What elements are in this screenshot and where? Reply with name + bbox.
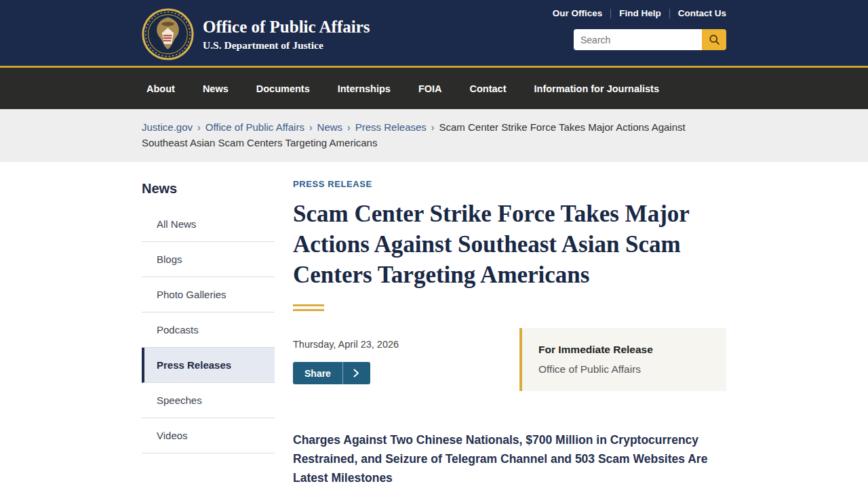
search-input[interactable] [574, 29, 702, 50]
breadcrumb: Justice.gov›Office of Public Affairs›New… [142, 120, 726, 150]
sidebar-item-label[interactable]: Photo Galleries [142, 277, 275, 312]
sidebar-item-speeches[interactable]: Speeches [142, 383, 275, 418]
share-button-label: Share [293, 362, 342, 384]
sidebar-item-all-news[interactable]: All News [142, 206, 275, 242]
nav-item-documents[interactable]: Documents [256, 83, 310, 94]
breadcrumb-link-news[interactable]: News [317, 121, 343, 133]
sidebar-item-label[interactable]: Speeches [142, 383, 275, 418]
article-date: Thursday, April 23, 2026 [293, 339, 519, 350]
sidebar-item-label[interactable]: Podcasts [142, 312, 275, 347]
gold-double-rule [293, 304, 324, 311]
sidebar-item-label[interactable]: Blogs [142, 242, 275, 277]
sidebar-item-photo-galleries[interactable]: Photo Galleries [142, 277, 275, 312]
sidebar-item-label[interactable]: Press Releases [144, 348, 275, 382]
utility-link-contact-us[interactable]: Contact Us [678, 8, 726, 18]
main-nav: About News Documents Internships FOIA Co… [0, 68, 868, 109]
site-title: Office of Public Affairs [203, 17, 370, 37]
search-icon [709, 34, 720, 45]
search-button[interactable] [702, 29, 726, 50]
utility-link-our-offices[interactable]: Our Offices [553, 8, 603, 18]
article: PRESS RELEASE Scam Center Strike Force T… [293, 179, 726, 487]
doj-seal-icon [142, 8, 194, 60]
utility-link-find-help[interactable]: Find Help [619, 8, 661, 18]
page-title: Scam Center Strike Force Takes Major Act… [293, 199, 726, 290]
chevron-right-icon: › [197, 122, 201, 133]
sidebar-item-videos[interactable]: Videos [142, 418, 275, 453]
brand[interactable]: Office of Public Affairs U.S. Department… [142, 0, 370, 66]
sidebar-heading: News [142, 181, 275, 197]
share-button[interactable]: Share [293, 362, 370, 384]
release-info-box: For Immediate Release Office of Public A… [519, 328, 726, 391]
search-bar [574, 29, 726, 50]
sidebar-item-label[interactable]: Videos [142, 418, 275, 453]
nav-item-foia[interactable]: FOIA [418, 83, 442, 94]
breadcrumb-link-justice-gov[interactable]: Justice.gov [142, 121, 193, 133]
breadcrumb-band: Justice.gov›Office of Public Affairs›New… [0, 109, 868, 162]
nav-item-about[interactable]: About [146, 83, 175, 94]
divider [610, 9, 611, 18]
breadcrumb-link-press-releases[interactable]: Press Releases [355, 121, 427, 133]
release-office: Office of Public Affairs [538, 363, 710, 375]
utility-nav: Our Offices Find Help Contact Us [553, 8, 726, 18]
release-type: For Immediate Release [538, 344, 710, 356]
press-release-eyebrow: PRESS RELEASE [293, 179, 726, 189]
sidebar: News All News Blogs Photo Galleries Podc… [142, 179, 275, 487]
divider [669, 9, 670, 18]
nav-item-information-for-journalists[interactable]: Information for Journalists [534, 83, 660, 94]
article-subheadline: Charges Against Two Chinese Nationals, $… [293, 430, 713, 487]
sidebar-item-press-releases[interactable]: Press Releases [142, 348, 275, 383]
sidebar-item-podcasts[interactable]: Podcasts [142, 312, 275, 348]
chevron-right-icon: › [347, 122, 351, 133]
breadcrumb-link-office-of-public-affairs[interactable]: Office of Public Affairs [205, 121, 304, 133]
nav-item-contact[interactable]: Contact [470, 83, 507, 94]
nav-item-internships[interactable]: Internships [338, 83, 391, 94]
nav-item-news[interactable]: News [203, 83, 229, 94]
chevron-right-icon: › [431, 122, 435, 133]
sidebar-item-blogs[interactable]: Blogs [142, 242, 275, 277]
chevron-right-icon [343, 362, 370, 384]
site-subtitle: U.S. Department of Justice [203, 39, 370, 52]
site-header: Office of Public Affairs U.S. Department… [0, 0, 868, 66]
sidebar-item-label[interactable]: All News [142, 207, 275, 241]
sidebar-list: All News Blogs Photo Galleries Podcasts … [142, 206, 275, 453]
chevron-right-icon: › [309, 122, 313, 133]
